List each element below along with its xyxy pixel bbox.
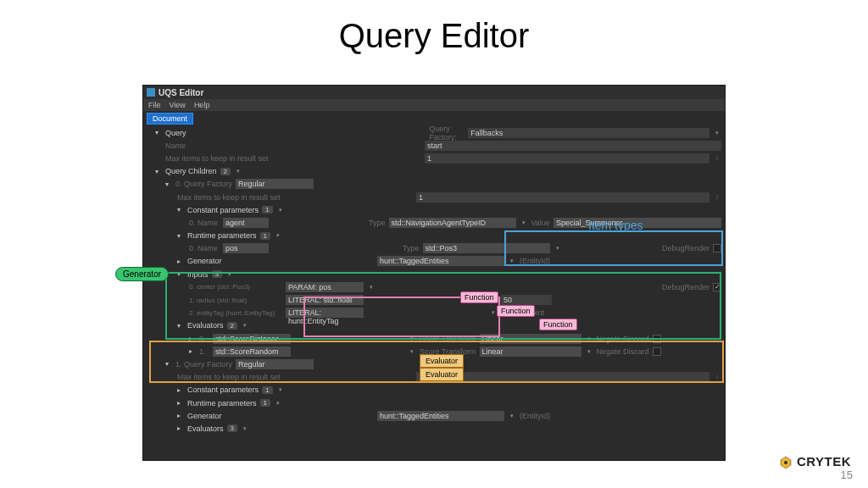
score-transform-dropdown[interactable]: Linear bbox=[480, 347, 581, 357]
annotation-evaluator-1: Evaluator bbox=[420, 354, 464, 368]
runtime-type-dropdown[interactable]: std::Pos3 bbox=[423, 243, 550, 253]
dropdown-icon[interactable]: ▾ bbox=[508, 258, 516, 264]
name-input[interactable]: start bbox=[425, 141, 721, 151]
menubar: File View Help bbox=[143, 99, 725, 111]
count-badge: 2 bbox=[220, 168, 231, 175]
dropdown-icon[interactable]: ▾ bbox=[234, 168, 242, 175]
child-factory-dropdown[interactable]: Regular bbox=[236, 179, 314, 189]
menu-help[interactable]: Help bbox=[194, 101, 210, 109]
input-1-label: 1. radius (std::float) bbox=[189, 297, 282, 304]
dropdown-icon[interactable]: ▾ bbox=[408, 336, 416, 342]
dropdown-icon[interactable]: ▾ bbox=[408, 348, 416, 355]
section-query: Query bbox=[165, 129, 186, 137]
annotation-function-1: Function bbox=[460, 291, 498, 303]
negate-checkbox[interactable] bbox=[653, 347, 661, 356]
const-type-dropdown[interactable]: std::NavigationAgentTypeID bbox=[389, 218, 516, 228]
dropdown-icon[interactable]: ▾ bbox=[241, 425, 249, 432]
annotation-evaluator-2: Evaluator bbox=[420, 368, 464, 381]
child-factory-dropdown[interactable]: Regular bbox=[236, 359, 314, 369]
dropdown-icon[interactable]: ▾ bbox=[276, 207, 285, 214]
negate-checkbox[interactable] bbox=[653, 335, 661, 343]
label-negate-discard: Negate Discard bbox=[597, 347, 649, 356]
dropdown-icon[interactable]: ▾ bbox=[241, 322, 249, 329]
label-negate-discard: Negate Discard bbox=[597, 335, 649, 343]
dropdown-icon[interactable]: ▾ bbox=[276, 386, 285, 393]
menu-view[interactable]: View bbox=[170, 101, 186, 109]
chevron-down-icon[interactable] bbox=[177, 322, 184, 330]
max-items-input[interactable]: 1 bbox=[416, 192, 709, 202]
spinner-icon[interactable]: ⁝ bbox=[713, 194, 721, 201]
generator-dropdown[interactable]: hunt::TaggedEntities bbox=[377, 256, 504, 266]
annotation-function-3: Function bbox=[539, 319, 577, 330]
count-badge: 1 bbox=[260, 399, 270, 407]
input-1-value[interactable]: LITERAL: std::float bbox=[286, 295, 364, 305]
input-0-label: 0. center (std::Pos3) bbox=[189, 283, 282, 291]
dropdown-icon[interactable]: ▾ bbox=[713, 130, 721, 136]
annotation-function-2: Function bbox=[497, 305, 535, 317]
section-constant-params: Constant parameters bbox=[187, 206, 259, 214]
chevron-down-icon[interactable] bbox=[177, 206, 184, 214]
eval-1-index: 1. bbox=[199, 347, 209, 356]
section-query-children: Query Children bbox=[165, 167, 217, 175]
section-constant-params: Constant parameters bbox=[187, 385, 259, 394]
slide-title: Query Editor bbox=[0, 0, 868, 60]
const-value-input[interactable]: Special_Summoner bbox=[554, 218, 721, 228]
dropdown-icon[interactable]: ▾ bbox=[274, 232, 282, 239]
chevron-right-icon[interactable] bbox=[189, 335, 196, 342]
chevron-right-icon[interactable] bbox=[177, 424, 184, 432]
cast-label: (EntityId) bbox=[520, 412, 550, 420]
spinner-icon[interactable]: ⁝ bbox=[713, 155, 721, 162]
section-evaluators: Evaluators bbox=[187, 321, 224, 330]
label-max-items: Max items to keep in result set bbox=[177, 193, 330, 202]
max-items-input[interactable]: 1 bbox=[425, 153, 709, 164]
chevron-right-icon[interactable] bbox=[177, 258, 184, 265]
dropdown-icon[interactable]: ▾ bbox=[225, 271, 234, 278]
slide-number: 15 bbox=[841, 469, 853, 481]
input-2-value[interactable]: LITERAL: hunt::EntityTag bbox=[286, 308, 364, 318]
count-badge: 1 bbox=[262, 206, 272, 214]
chevron-down-icon[interactable] bbox=[177, 232, 184, 240]
tab-document[interactable]: Document bbox=[147, 113, 193, 125]
input-0-value[interactable]: PARAM: pos bbox=[286, 282, 364, 292]
chevron-right-icon[interactable] bbox=[177, 399, 184, 407]
query-factory-dropdown[interactable]: Fallbacks bbox=[468, 128, 709, 138]
runtime-name-input[interactable]: pos bbox=[223, 243, 269, 253]
dropdown-icon[interactable]: ▾ bbox=[585, 336, 593, 342]
menu-file[interactable]: File bbox=[148, 101, 161, 109]
chevron-right-icon[interactable] bbox=[189, 347, 196, 355]
chevron-down-icon[interactable] bbox=[177, 270, 184, 278]
chevron-down-icon[interactable] bbox=[155, 129, 162, 136]
chevron-right-icon[interactable] bbox=[177, 386, 184, 394]
const-name-input[interactable]: agent bbox=[223, 218, 269, 228]
dropdown-icon[interactable]: ▾ bbox=[554, 245, 562, 252]
score-transform-dropdown[interactable]: Linear bbox=[480, 334, 581, 344]
label-score-transform: Score Transform bbox=[420, 335, 476, 343]
chevron-right-icon[interactable] bbox=[177, 412, 184, 419]
debug-render-checkbox[interactable] bbox=[713, 244, 721, 252]
input-1-num[interactable]: 50 bbox=[501, 295, 552, 305]
eval-1-value[interactable]: std::ScoreRandom bbox=[213, 347, 291, 357]
dropdown-icon[interactable]: ▾ bbox=[367, 284, 376, 291]
index-label: 0. Name bbox=[189, 244, 220, 252]
section-runtime-params: Runtime parameters bbox=[187, 231, 257, 240]
label-query-factory: Query Factory: bbox=[429, 125, 465, 141]
crytek-logo: CRYTEK bbox=[779, 454, 851, 469]
count-badge: 3 bbox=[212, 270, 222, 278]
label-type: Type bbox=[403, 244, 420, 252]
label-max-items: Max items to keep in result set bbox=[177, 373, 330, 381]
generator-dropdown[interactable]: hunt::TaggedEntities bbox=[377, 411, 504, 421]
label-debug-render: DebugRender bbox=[662, 283, 709, 291]
spinner-icon[interactable]: ⁝ bbox=[713, 374, 721, 380]
eval-0-value[interactable]: std::ScoreDistance bbox=[213, 334, 291, 344]
chevron-down-icon[interactable] bbox=[165, 360, 172, 368]
chevron-down-icon[interactable] bbox=[155, 168, 162, 175]
dropdown-icon[interactable]: ▾ bbox=[585, 348, 593, 355]
dropdown-icon[interactable]: ▾ bbox=[508, 413, 516, 419]
count-badge: 2 bbox=[227, 322, 237, 330]
chevron-down-icon[interactable] bbox=[165, 180, 172, 188]
dropdown-icon[interactable]: ▾ bbox=[520, 219, 528, 226]
section-evaluators: Evaluators bbox=[187, 424, 224, 433]
titlebar: UQS Editor bbox=[143, 86, 725, 99]
debug-render-checkbox[interactable] bbox=[713, 283, 721, 291]
dropdown-icon[interactable]: ▾ bbox=[274, 400, 282, 407]
